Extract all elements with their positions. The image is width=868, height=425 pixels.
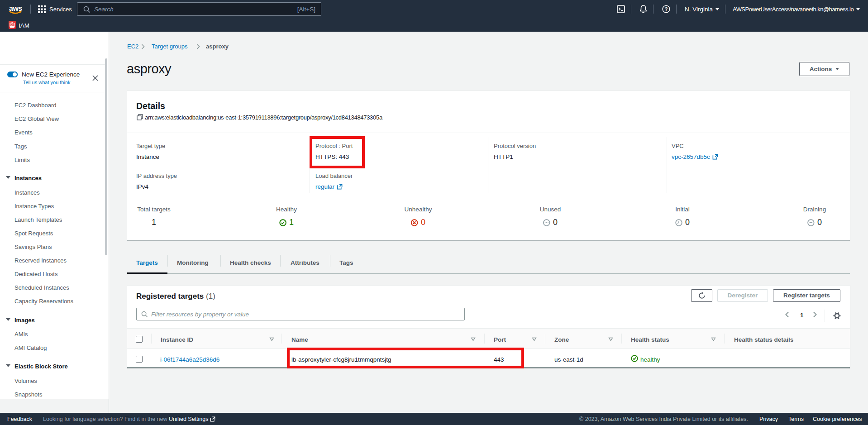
svg-text:?: ?	[665, 6, 668, 12]
svg-text:aws: aws	[9, 5, 22, 12]
